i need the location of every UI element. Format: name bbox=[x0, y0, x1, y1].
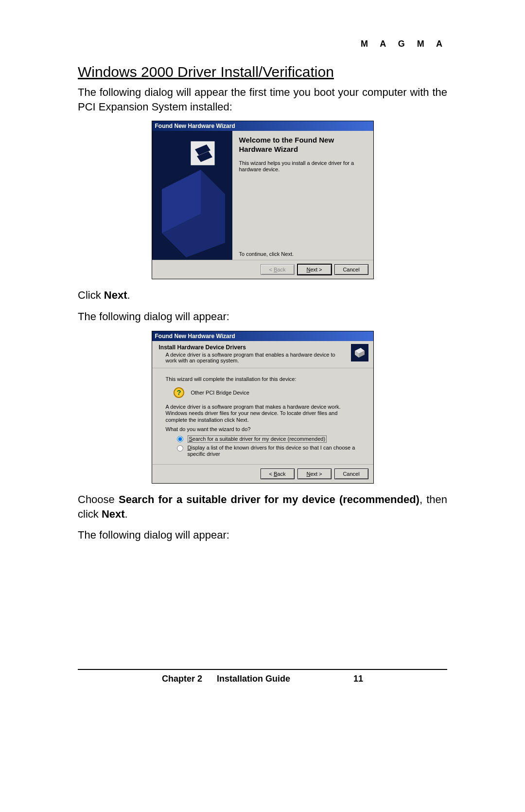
wizard-dialog-welcome: Found New Hardware Wizard Welcome to the… bbox=[152, 121, 374, 279]
back-button[interactable]: < Back bbox=[261, 469, 295, 479]
brand-header: M A G M A bbox=[78, 39, 447, 49]
svg-text:?: ? bbox=[176, 388, 181, 397]
dialog2-line3: What do you want the wizard to do? bbox=[166, 426, 360, 433]
dialog1-titlebar: Found New Hardware Wizard bbox=[152, 121, 373, 131]
radio-search-driver[interactable]: Search for a suitable driver for my devi… bbox=[175, 435, 360, 443]
dialog2-head-sub: A device driver is a software program th… bbox=[166, 352, 348, 364]
back-button: < Back bbox=[261, 264, 295, 275]
device-row: ? Other PCI Bridge Device bbox=[173, 386, 360, 399]
wizard-dialog-install-drivers: Found New Hardware Wizard Install Hardwa… bbox=[152, 331, 374, 484]
hardware-icon bbox=[351, 344, 368, 361]
click-next-text: Click Next. bbox=[78, 288, 447, 303]
dialog2-line1: This wizard will complete the installati… bbox=[166, 376, 360, 382]
following-dialog-text-1: The following dialog will appear: bbox=[78, 309, 447, 324]
dialog2-line2: A device driver is a software program th… bbox=[166, 404, 360, 423]
footer-chapter: Chapter 2 bbox=[162, 674, 202, 684]
dialog2-button-row: < Back Next > Cancel bbox=[152, 464, 373, 483]
next-button[interactable]: Next > bbox=[298, 469, 332, 479]
dialog1-button-row: < Back Next > Cancel bbox=[152, 260, 373, 279]
dialog2-head-title: Install Hardware Device Drivers bbox=[159, 344, 348, 351]
section-title: Windows 2000 Driver Install/Verification bbox=[78, 64, 447, 80]
wizard-continue-hint: To continue, click Next. bbox=[239, 202, 368, 257]
dialog2-titlebar: Found New Hardware Wizard bbox=[152, 331, 373, 341]
question-icon: ? bbox=[173, 386, 185, 399]
intro-text: The following dialog will appear the fir… bbox=[78, 85, 447, 114]
wizard-heading: Welcome to the Found New Hardware Wizard bbox=[239, 136, 368, 154]
radio-display-label: Display a list of the known drivers for … bbox=[188, 445, 360, 457]
dialog2-header: Install Hardware Device Drivers A device… bbox=[152, 341, 373, 368]
footer-rule bbox=[78, 669, 447, 670]
cancel-button[interactable]: Cancel bbox=[334, 264, 368, 275]
next-button[interactable]: Next > bbox=[298, 264, 332, 275]
radio-search-label: Search for a suitable driver for my devi… bbox=[188, 435, 327, 443]
footer-page-number: 11 bbox=[344, 674, 363, 684]
radio-search-input[interactable] bbox=[177, 436, 183, 442]
cancel-button[interactable]: Cancel bbox=[334, 469, 368, 479]
footer-guide: Installation Guide bbox=[217, 674, 290, 684]
choose-text: Choose Search for a suitable driver for … bbox=[78, 492, 447, 521]
radio-display-input[interactable] bbox=[177, 445, 183, 451]
wizard-sidebar-graphic bbox=[152, 131, 232, 260]
wizard-description: This wizard helps you install a device d… bbox=[239, 160, 368, 173]
device-name: Other PCI Bridge Device bbox=[191, 390, 249, 396]
page-footer: Chapter 2 Installation Guide 11 bbox=[78, 674, 447, 684]
following-dialog-text-2: The following dialog will appear: bbox=[78, 528, 447, 542]
radio-display-list[interactable]: Display a list of the known drivers for … bbox=[175, 445, 360, 457]
